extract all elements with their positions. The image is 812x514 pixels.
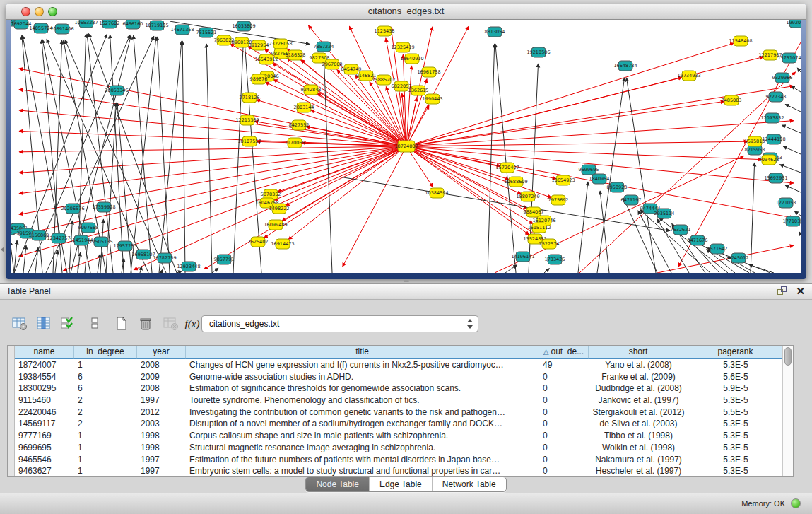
table-row[interactable]: 1830029562008Estimation of significance … [15, 382, 783, 395]
yellow-node[interactable]: 989876 [250, 74, 268, 84]
yellow-node[interactable]: 16099489 [264, 220, 287, 230]
yellow-node[interactable]: 1498222 [269, 204, 290, 214]
teal-node[interactable]: 17359928 [92, 202, 115, 212]
teal-node[interactable]: 1527602 [100, 20, 120, 28]
tab-node-table[interactable]: Node Table [306, 477, 370, 491]
teal-node[interactable]: 12444158 [762, 134, 785, 144]
table-row[interactable]: 911546021997Tourette syndrome. Phenomeno… [15, 395, 783, 407]
close-window-button[interactable] [21, 7, 30, 16]
teal-node[interactable]: 9245012 [729, 253, 749, 263]
table-row[interactable]: 969969511998Structural magnetic resonanc… [15, 442, 783, 454]
teal-node[interactable]: 16033809 [232, 21, 255, 31]
yellow-node[interactable]: 2803144 [294, 103, 314, 112]
yellow-node[interactable]: 1170065 [285, 138, 305, 148]
teal-node[interactable]: 12505135 [89, 237, 112, 247]
close-panel-icon[interactable]: ✕ [796, 285, 805, 298]
teal-node[interactable]: 1992044 [787, 20, 801, 28]
vertical-scrollbar[interactable] [782, 346, 793, 476]
tab-network-table[interactable]: Network Table [433, 477, 506, 491]
yellow-node[interactable]: 11548408 [729, 36, 752, 46]
function-builder-button[interactable]: f(x) [182, 315, 202, 334]
select-rows-button[interactable] [58, 315, 78, 334]
yellow-node[interactable]: 19734933 [677, 71, 700, 81]
column-visibility-button[interactable] [34, 315, 54, 334]
column-header-name[interactable]: name [15, 346, 74, 359]
yellow-node[interactable]: 2718126 [240, 93, 260, 103]
yellow-node[interactable]: 12325419 [391, 42, 414, 52]
yellow-node[interactable]: 18807249 [516, 192, 539, 201]
yellow-node[interactable]: 10384594 [425, 188, 448, 198]
teal-node[interactable]: 1692044 [11, 20, 32, 29]
yellow-node[interactable]: 13654923 [551, 175, 575, 185]
yellow-node[interactable]: 2967608 [322, 59, 343, 69]
float-panel-icon[interactable] [777, 286, 788, 296]
teal-node[interactable]: 9699695 [579, 165, 599, 175]
teal-node[interactable]: 8958923 [607, 182, 628, 192]
column-header-year[interactable]: year [137, 346, 186, 359]
yellow-node[interactable]: 7485083 [722, 95, 742, 105]
teal-node[interactable]: 1733426 [545, 255, 565, 264]
teal-node[interactable]: 10719155 [145, 21, 168, 30]
teal-node[interactable]: 16958107 [131, 250, 155, 259]
table-row[interactable]: 977716911998Corpus callosum shape and si… [15, 430, 783, 442]
yellow-node[interactable]: 18724007 [394, 141, 418, 152]
teal-node[interactable]: 20206576 [61, 204, 84, 214]
teal-node[interactable]: 6479197 [621, 195, 642, 205]
teal-node[interactable]: 9857791 [214, 255, 235, 264]
yellow-node[interactable]: 1094628 [759, 155, 779, 165]
yellow-node[interactable]: 16961758 [417, 67, 440, 77]
yellow-node[interactable]: 1362615 [408, 86, 429, 95]
teal-node[interactable]: 1840954 [589, 174, 610, 184]
yellow-node[interactable]: 7625402 [248, 237, 269, 247]
teal-node[interactable]: 7857224 [314, 42, 334, 52]
teal-node[interactable]: 2935114 [654, 209, 675, 218]
delete-column-button[interactable] [136, 315, 155, 334]
teal-node[interactable]: 1156869 [29, 230, 49, 240]
table-row[interactable]: 1938455462009Genome-wide association stu… [15, 371, 783, 383]
yellow-node[interactable]: 1595815 [745, 136, 765, 146]
yellow-node[interactable]: 23226058 [269, 39, 292, 49]
yellow-node[interactable]: 18640910 [400, 54, 423, 64]
yellow-node[interactable]: 8427552 [289, 120, 310, 130]
yellow-node[interactable]: 16151112 [527, 223, 551, 233]
yellow-node[interactable]: 16914473 [271, 239, 294, 249]
teal-node[interactable]: 15692931 [764, 173, 787, 183]
column-header-title[interactable]: title [186, 346, 539, 359]
table-selector-dropdown[interactable]: citations_edges.txt [201, 315, 478, 332]
table-row[interactable]: 2242004622012Investigating the contribut… [15, 407, 783, 419]
column-header-pagerank[interactable]: pagerank [688, 346, 783, 359]
yellow-node[interactable]: 2522574 [539, 239, 560, 249]
teal-node[interactable]: 12342757 [47, 233, 70, 243]
minimize-window-button[interactable] [35, 7, 44, 16]
yellow-node[interactable]: 7975692 [548, 195, 569, 205]
yellow-node[interactable]: 15720407 [495, 163, 519, 173]
table-row[interactable]: 1872400712008Changes of HCN gene express… [15, 359, 783, 371]
sidebar-collapse-icon[interactable] [1, 247, 4, 252]
table-settings-button[interactable] [10, 315, 30, 334]
teal-node[interactable]: 12923448 [177, 262, 200, 271]
teal-node[interactable]: 9329966 [772, 73, 793, 83]
table-row[interactable]: 1456911722003Disruption of a novel membe… [15, 418, 783, 430]
teal-node[interactable]: 16648784 [613, 61, 637, 71]
teal-node[interactable]: 7515521 [196, 28, 217, 37]
column-header-in_degree[interactable]: in_degree [74, 346, 137, 359]
rows-button[interactable] [85, 315, 105, 334]
teal-node[interactable]: 1771035 [783, 216, 801, 226]
scrollbar-thumb[interactable] [784, 347, 792, 366]
teal-node[interactable]: 20891406 [50, 24, 73, 34]
teal-node[interactable]: 1221053 [776, 198, 796, 208]
teal-node[interactable]: 8813054 [485, 27, 505, 37]
column-header-out_de[interactable]: △out_de... [539, 346, 589, 359]
network-canvas[interactable]: 1692041692044140557242089140610653287152… [11, 20, 801, 273]
teal-node[interactable]: 20053346 [105, 86, 128, 95]
table-row[interactable]: 946362711997Embryonic stem cells: a mode… [15, 465, 783, 477]
tab-edge-table[interactable]: Edge Table [370, 477, 433, 491]
network-window-titlebar[interactable]: citations_edges.txt [6, 4, 806, 20]
zoom-window-button[interactable] [48, 7, 57, 16]
yellow-node[interactable]: 1125436 [375, 26, 395, 36]
yellow-node[interactable]: 1990443 [423, 94, 443, 104]
teal-node[interactable]: 14671358 [170, 25, 194, 35]
teal-node[interactable]: 19218506 [526, 47, 550, 57]
yellow-node[interactable]: 9242848 [301, 85, 322, 95]
teal-node[interactable]: 14055724 [29, 23, 52, 33]
